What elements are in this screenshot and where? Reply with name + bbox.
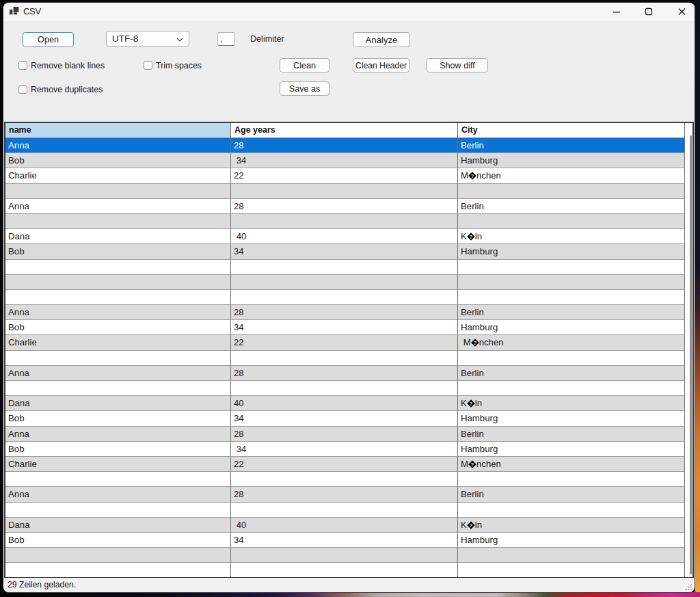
svg-text:?: ? xyxy=(469,522,472,528)
svg-text:?: ? xyxy=(471,462,474,468)
svg-text:?: ? xyxy=(473,340,476,346)
svg-text:?: ? xyxy=(471,173,474,179)
svg-text:?: ? xyxy=(469,234,472,240)
svg-text:?: ? xyxy=(469,401,472,407)
